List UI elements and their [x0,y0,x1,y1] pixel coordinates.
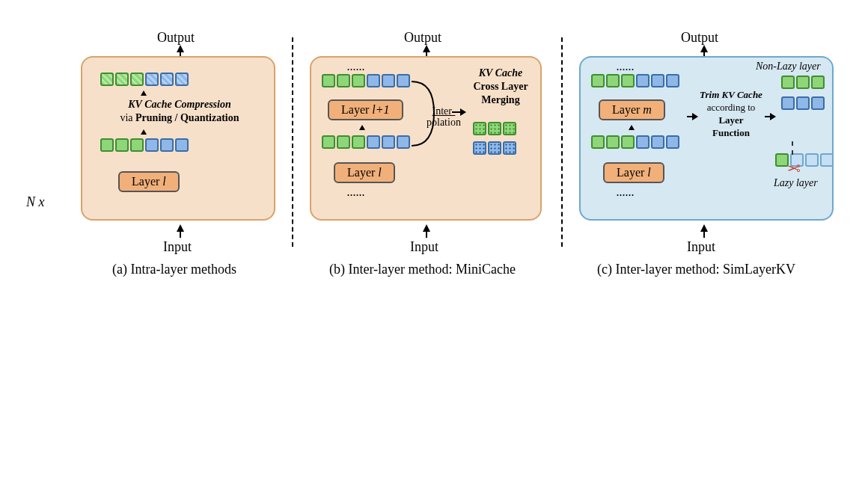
cells-b-merged-b [473,141,516,155]
layer-c-l-text: Layer [617,166,647,179]
output-label-b: Output [404,30,441,46]
arrow-input-b [423,224,430,232]
nx-text: N x [26,194,45,209]
ellipsis-c-top: ...... [617,62,635,73]
layer-chip-b1: Layer l [334,162,395,183]
arrow-c-left [687,116,697,117]
cut-line [792,141,793,155]
layer-b2-var: l+1 [372,103,389,116]
input-label-c: Input [687,239,715,255]
ellipsis-b-top: ...... [347,62,365,73]
layer-chip-a: Layer l [118,171,180,192]
panel-c: ...... Layer m Layer l ...... Trim KV Ca… [579,56,834,221]
lazy-label: Lazy layer [774,177,818,189]
annotation-b: KV Cache Cross Layer Merging [459,67,542,108]
subcaption-a: (a) Intra-layer methods [112,262,236,277]
annotation-b-2: Cross Layer [473,81,528,92]
annotation-b-1: KV Cache [479,67,522,79]
cells-b-merged-g [473,122,516,135]
cells-c-nonlazy [781,76,825,89]
input-label-a: Input [163,239,192,255]
input-label-b: Input [410,239,438,255]
layer-chip-b2: Layer l+1 [328,99,403,120]
panel-b: ...... Layer l+1 Layer l ...... KV Cache… [310,56,542,221]
arrow-output-a [177,45,184,52]
annotation-a-line2: Pruning / Quantization [135,112,239,123]
arrow-input-a [177,224,184,232]
arrow-c-mid [629,125,635,130]
annotation-c-3: Layer [718,114,743,126]
ellipsis-b-bot: ...... [347,188,365,199]
cells-b-bottom [322,135,410,149]
annotation-c-2: according to [707,102,756,113]
layer-b1-var: l [378,166,381,179]
layer-a-text: Layer [132,175,162,188]
cells-c-top [591,74,679,87]
separator-2 [561,37,563,247]
arrow-c-right [765,116,775,117]
layer-chip-c-m: Layer m [599,99,665,120]
nx-label: N x [26,194,45,210]
arrow-b-mid [359,125,365,130]
interp-label: Inter- polation [427,105,461,129]
annotation-a: KV Cache Compression via Pruning / Quant… [93,98,266,125]
annotation-c: Trim KV Cache according to Layer Functio… [691,89,771,140]
subcaption-b: (b) Inter-layer method: MiniCache [329,262,516,277]
ellipsis-c-bot: ...... [617,188,635,199]
layer-c-l-var: l [647,166,650,179]
layer-chip-c-l: Layer l [603,162,664,183]
cells-a-bottom [100,138,189,152]
panel-a: KV Cache Compression via Pruning / Quant… [81,56,275,221]
arrow-input-c [700,224,708,232]
layer-b2-text: Layer [341,103,372,116]
annotation-b-3: Merging [481,94,519,105]
layer-c-m-var: m [643,103,652,116]
figure-area: N x Output KV Cache Compression via Prun… [37,22,831,277]
annotation-a-line1: KV Cache Compression [128,99,230,110]
output-label-a: Output [157,30,195,46]
nonlazy-label: Non-Lazy layer [756,61,821,73]
cells-b-top [322,74,410,87]
output-label-c: Output [681,30,718,46]
subcaption-c: (c) Inter-layer method: SimLayerKV [597,262,795,277]
arrow-a-top [141,90,147,96]
interp-2: polation [427,117,461,128]
arrow-interp [452,111,465,113]
scissors-icon: ✂ [787,158,801,177]
annotation-c-4: Function [712,127,750,138]
layer-b1-text: Layer [347,166,378,179]
separator-1 [292,37,293,247]
layer-a-var: l [162,175,165,188]
arrow-output-b [423,45,430,52]
cells-c-bottom [591,135,679,149]
annotation-a-via: via [120,112,135,123]
arrow-output-c [700,45,708,52]
annotation-c-1: Trim KV Cache [700,89,762,100]
cells-c-lazy [775,153,834,167]
arrow-a-mid [141,129,147,135]
layer-c-m-text: Layer [612,103,643,116]
cells-c-nonlazy-b [781,96,825,110]
cells-a-top [100,73,189,86]
